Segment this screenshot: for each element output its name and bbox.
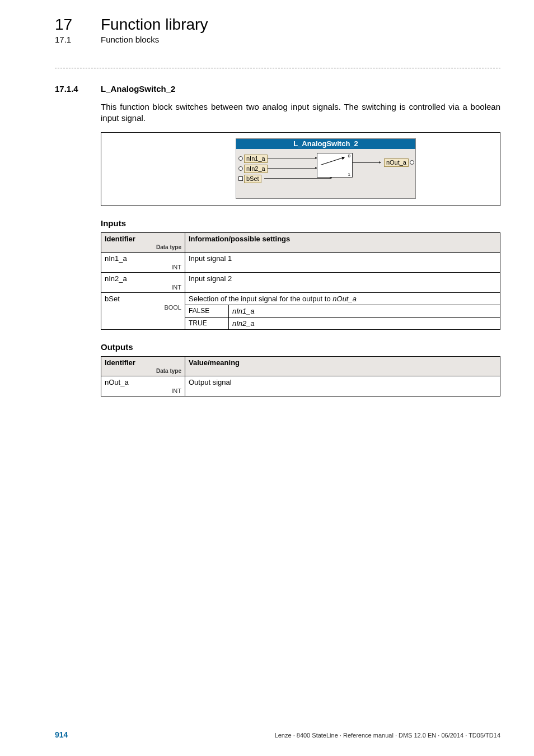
col-datatype: Data type <box>105 244 181 250</box>
wire <box>268 168 317 169</box>
divider <box>55 68 500 68</box>
fb-title: L_AnalogSwitch_2 <box>236 139 415 149</box>
outputs-heading: Outputs <box>101 342 500 352</box>
port-terminal <box>238 176 243 181</box>
subsection-title: L_AnalogSwitch_2 <box>101 84 175 94</box>
row-info: Selection of the input signal for the ou… <box>189 295 332 303</box>
col-datatype: Data type <box>105 368 181 374</box>
chapter-title: Function library <box>101 16 208 34</box>
footer-line: Lenze · 8400 StateLine · Reference manua… <box>275 732 500 739</box>
row-type: BOOL <box>105 304 181 311</box>
row-name: bSet <box>105 295 120 303</box>
port-terminal <box>238 156 243 161</box>
port-label-out: nOut_a <box>384 158 409 167</box>
row-info: Input signal 1 <box>185 252 500 272</box>
col-info: Information/possible settings <box>185 232 500 252</box>
wire <box>268 158 317 158</box>
map-false-label: FALSE <box>185 305 229 317</box>
chapter-number: 17 <box>55 16 101 34</box>
page-number: 914 <box>55 730 68 739</box>
wire <box>352 162 381 163</box>
row-type: INT <box>105 388 181 394</box>
port-label-in2: nIn2_a <box>244 165 268 173</box>
subsection-number: 17.1.4 <box>55 84 101 94</box>
row-name: nIn1_a <box>105 254 127 263</box>
row-info-ital: nOut_a <box>332 295 357 303</box>
map-true-val: nIn2_a <box>229 317 500 329</box>
row-name: nOut_a <box>105 378 129 386</box>
port-label-in1: nIn1_a <box>244 155 268 163</box>
row-info: Input signal 2 <box>185 272 500 292</box>
section-number: 17.1 <box>55 35 101 44</box>
intro-paragraph: This function block switches between two… <box>101 101 500 124</box>
col-info: Value/meaning <box>185 356 500 376</box>
switch-arm <box>321 157 344 165</box>
row-name: nIn2_a <box>105 274 127 283</box>
wire <box>264 178 331 179</box>
col-identifier: Identifier <box>105 358 135 367</box>
outputs-table: Identifier Data type Value/meaning nOut_… <box>101 356 500 396</box>
row-type: INT <box>105 264 181 270</box>
block-diagram: L_AnalogSwitch_2 nIn1_a nIn2_a bSet nOut… <box>101 132 500 206</box>
row-info: Output signal <box>185 376 500 396</box>
map-false-val: nIn1_a <box>229 305 500 317</box>
map-true-label: TRUE <box>185 317 229 329</box>
port-terminal <box>238 166 243 171</box>
row-type: INT <box>105 284 181 291</box>
inputs-table: Identifier Data type Information/possibl… <box>101 232 500 330</box>
switch-label-1: 1 <box>348 172 350 177</box>
col-identifier: Identifier <box>105 235 135 243</box>
section-title: Function blocks <box>101 35 159 44</box>
port-label-bset: bSet <box>244 175 261 183</box>
inputs-heading: Inputs <box>101 218 500 228</box>
port-terminal <box>410 160 414 165</box>
switch-label-0: 0 <box>348 153 350 158</box>
switch-symbol: 0 1 <box>317 153 353 178</box>
